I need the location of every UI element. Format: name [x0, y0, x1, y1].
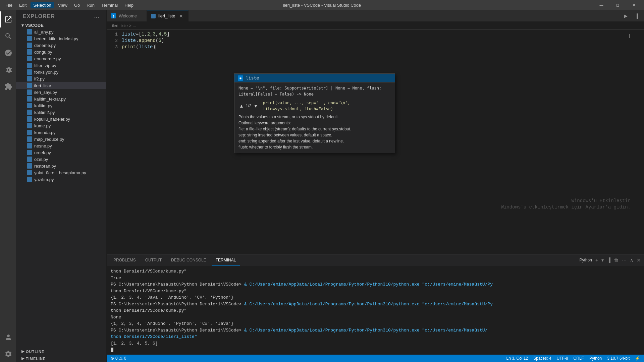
- file-kalitim[interactable]: kalitim.py: [16, 102, 106, 109]
- menu-selection[interactable]: Selection: [31, 2, 54, 8]
- python-file-icon: [27, 43, 32, 48]
- terminal-trash-button[interactable]: 🗑: [613, 257, 619, 263]
- menu-help[interactable]: Help: [122, 2, 136, 8]
- file-if2[interactable]: if2.py: [16, 75, 106, 82]
- file-kalitim2[interactable]: kalitim2.py: [16, 109, 106, 116]
- autocomplete-item-icon: ◉: [238, 75, 243, 81]
- editor-cursor-text: |: [628, 33, 631, 39]
- file-beden[interactable]: beden_kitle_indeksi.py: [16, 35, 106, 42]
- file-name: dongu.py: [34, 50, 52, 55]
- terminal-cursor: [111, 348, 113, 352]
- file-kumnda[interactable]: kumnda.py: [16, 129, 106, 136]
- file-yakit[interactable]: yakıt_ücreti_hesaplama.py: [16, 169, 106, 176]
- file-restoran[interactable]: restoran.py: [16, 163, 106, 169]
- menu-file[interactable]: File: [3, 2, 15, 8]
- terminal-content[interactable]: thon Dersleri/VSCode/kume.py" True PS C:…: [107, 266, 644, 355]
- status-right: Ln 3, Col 12 Spaces: 4 UTF-8 CRLF Python…: [505, 356, 641, 361]
- menu-run[interactable]: Run: [84, 2, 97, 8]
- activity-search[interactable]: [0, 28, 16, 44]
- split-editor-button[interactable]: ▐: [632, 11, 641, 20]
- status-spaces[interactable]: Spaces: 4: [532, 356, 552, 361]
- terminal-split-button[interactable]: ▐: [606, 257, 611, 263]
- status-language[interactable]: Python: [588, 356, 603, 361]
- close-button[interactable]: ✕: [626, 0, 641, 10]
- menu-terminal[interactable]: Terminal: [99, 2, 120, 8]
- file-dongu[interactable]: dongu.py: [16, 49, 106, 55]
- activity-accounts[interactable]: [0, 329, 16, 345]
- file-fonksiyon[interactable]: fonksiyon.py: [16, 69, 106, 75]
- file-yazilim[interactable]: yazılım.py: [16, 176, 106, 183]
- menu-view[interactable]: View: [55, 2, 70, 8]
- status-encoding[interactable]: UTF-8: [555, 356, 570, 361]
- code-editor[interactable]: 1 liste=[1,2,3,4,5] 2 liste.append(6) 3 …: [107, 30, 644, 254]
- file-filter-zip[interactable]: filter_zip.py: [16, 62, 106, 69]
- status-line-ending[interactable]: CRLF: [572, 356, 585, 361]
- panel-maximize-button[interactable]: ∧: [629, 257, 634, 263]
- window-controls: — ◻ ✕: [594, 0, 641, 10]
- panel-close-button[interactable]: ✕: [636, 257, 641, 263]
- breadcrumb-rest[interactable]: ...: [133, 23, 136, 28]
- tabs-bar: ❯ Welcome ileri_liste ✕ ▶ ▐: [107, 10, 644, 22]
- python-file-icon: [27, 63, 32, 68]
- outline-section[interactable]: ▶ OUTLINE: [16, 348, 106, 355]
- menu-bar: File Edit Selection View Go Run Terminal…: [3, 2, 136, 8]
- panel-tab-terminal[interactable]: TERMINAL: [212, 254, 240, 266]
- minimize-button[interactable]: —: [594, 0, 609, 10]
- file-kume[interactable]: kume.py: [16, 122, 106, 129]
- status-remote[interactable]: ⚡: [634, 356, 641, 361]
- python-file-icon: [27, 36, 32, 41]
- maximize-button[interactable]: ◻: [610, 0, 625, 10]
- file-kalitim-tekrar[interactable]: kalitim_tekrar.py: [16, 96, 106, 102]
- file-ornek[interactable]: ornek.py: [16, 149, 106, 156]
- file-all-any[interactable]: all_any.py: [16, 28, 106, 35]
- tab-close-button[interactable]: ✕: [178, 13, 184, 19]
- panel-tab-debug[interactable]: DEBUG CONSOLE: [167, 254, 210, 266]
- error-count: 0: [115, 356, 118, 361]
- panel-tab-output[interactable]: OUTPUT: [141, 254, 166, 266]
- file-ileri-liste[interactable]: ileri_liste: [16, 82, 106, 89]
- tab-ileri-liste[interactable]: ileri_liste ✕: [147, 10, 189, 21]
- terminal-more-button[interactable]: ⋯: [621, 257, 627, 263]
- activity-debug[interactable]: [0, 62, 16, 78]
- docs-prev-button[interactable]: ▲: [238, 103, 245, 110]
- status-bar: ⊙ 0 ⚠ 0 Ln 3, Col 12 Spaces: 4 UTF-8 CRL…: [107, 355, 644, 362]
- file-deneme[interactable]: deneme.py: [16, 42, 106, 49]
- status-errors[interactable]: ⊙ 0 ⚠ 0: [109, 356, 127, 361]
- timeline-section[interactable]: ▶ TIMELINE: [16, 355, 106, 362]
- activity-bar: [0, 10, 16, 362]
- file-ozel[interactable]: ozel.py: [16, 156, 106, 163]
- breadcrumb-file[interactable]: ileri_liste: [112, 23, 128, 28]
- folder-vscode[interactable]: ▾ VSCODE: [16, 22, 106, 28]
- file-ileri-sayi[interactable]: ileri_sayi.py: [16, 89, 106, 96]
- tab-welcome[interactable]: ❯ Welcome: [107, 10, 147, 21]
- sidebar-more-button[interactable]: ...: [94, 13, 100, 19]
- line-num-2: 2: [107, 38, 122, 44]
- svg-text:❯: ❯: [112, 14, 115, 18]
- terminal-add-button[interactable]: +: [595, 257, 599, 263]
- run-button[interactable]: ▶: [621, 11, 631, 20]
- file-kosullu[interactable]: koşullu_ifadeler.py: [16, 116, 106, 122]
- activity-extensions[interactable]: [0, 78, 16, 95]
- file-enumerate[interactable]: enumerate.py: [16, 55, 106, 62]
- panel-actions: Python + ▾ ▐ 🗑 ⋯ ∧ ✕: [579, 254, 641, 266]
- panel-tab-problems[interactable]: PROBLEMS: [109, 254, 140, 266]
- terminal-dropdown-button[interactable]: ▾: [601, 257, 604, 263]
- folder-arrow-icon: ▾: [21, 23, 24, 28]
- activity-explorer[interactable]: [0, 11, 16, 27]
- autocomplete-item-liste[interactable]: ◉ liste: [234, 74, 395, 82]
- status-position[interactable]: Ln 3, Col 12: [505, 356, 529, 361]
- activity-settings[interactable]: [0, 346, 16, 362]
- terminal-line: PS C:\Users\emine\Masaüstü\Python Dersle…: [111, 301, 640, 308]
- terminal-line: None: [111, 314, 640, 321]
- file-nesne[interactable]: nesne.py: [16, 142, 106, 149]
- terminal-line: True: [111, 275, 640, 282]
- status-python-version[interactable]: 3.10.7 64-bit: [606, 356, 631, 361]
- menu-edit[interactable]: Edit: [16, 2, 29, 8]
- autocomplete-dropdown[interactable]: ◉ liste None = "\n", file: SupportsWrite…: [234, 73, 395, 153]
- activity-git[interactable]: [0, 45, 16, 61]
- docs-next-button[interactable]: ▼: [253, 103, 259, 110]
- menu-go[interactable]: Go: [71, 2, 83, 8]
- file-map-reduce[interactable]: map_reduce.py: [16, 136, 106, 142]
- terminal-line: thon Dersleri/VSCode/ileri_liste": [111, 334, 640, 340]
- docs-fn-signature: print(value, ..., sep=' ', end='\n', fil…: [263, 100, 391, 112]
